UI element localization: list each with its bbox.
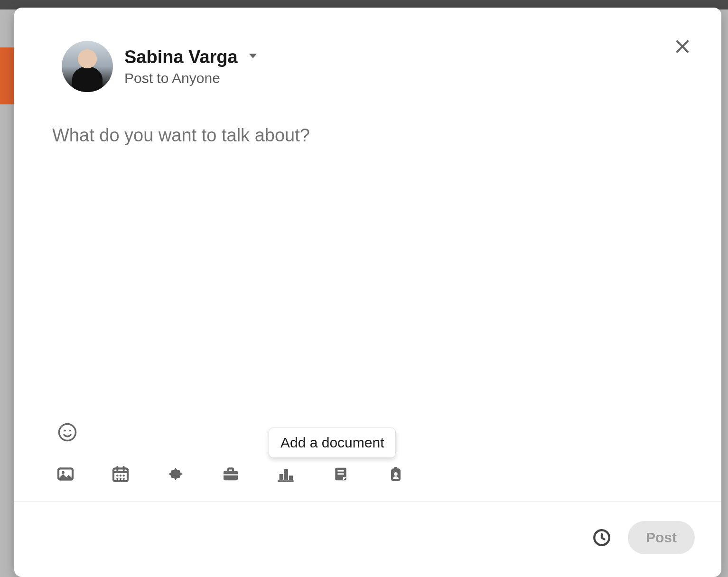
add-document-button[interactable]	[329, 463, 352, 485]
svg-point-11	[116, 475, 118, 476]
svg-point-6	[62, 471, 65, 474]
svg-rect-18	[228, 468, 233, 472]
emoji-icon	[57, 422, 77, 442]
modal-footer: Post	[14, 502, 721, 577]
svg-point-16	[123, 478, 125, 480]
svg-point-14	[116, 478, 118, 480]
post-visibility-label: Post to Anyone	[124, 70, 260, 86]
emoji-row	[14, 421, 721, 454]
svg-point-13	[123, 475, 125, 476]
svg-rect-28	[394, 467, 398, 470]
svg-rect-22	[289, 475, 293, 480]
svg-point-3	[64, 429, 66, 431]
svg-point-12	[120, 475, 121, 476]
svg-rect-25	[337, 470, 344, 472]
photo-icon	[56, 465, 75, 484]
post-editor[interactable]	[52, 125, 683, 416]
add-photo-button[interactable]	[54, 463, 77, 485]
document-icon	[331, 465, 350, 484]
author-avatar[interactable]	[62, 41, 113, 92]
id-badge-icon	[386, 465, 405, 484]
attachment-toolbar: Add a document	[14, 454, 721, 502]
svg-point-29	[394, 472, 397, 475]
celebrate-button[interactable]	[164, 463, 187, 485]
hiring-badge-button[interactable]	[384, 463, 407, 485]
add-event-button[interactable]	[109, 463, 132, 485]
briefcase-icon	[221, 465, 240, 484]
close-icon	[673, 37, 691, 56]
svg-rect-26	[337, 473, 344, 475]
background-accent	[0, 47, 14, 104]
post-header: Sabina Varga Post to Anyone	[14, 8, 721, 102]
author-visibility-selector[interactable]: Sabina Varga	[124, 47, 260, 67]
author-name: Sabina Varga	[124, 47, 238, 67]
post-button[interactable]: Post	[628, 521, 695, 554]
emoji-button[interactable]	[56, 421, 79, 444]
svg-rect-21	[284, 469, 288, 480]
create-post-modal: Sabina Varga Post to Anyone Add a docume…	[14, 8, 721, 577]
svg-point-15	[120, 478, 121, 480]
poll-icon	[276, 465, 295, 484]
add-job-button[interactable]	[219, 463, 242, 485]
clock-icon	[592, 528, 612, 548]
close-button[interactable]	[669, 33, 696, 60]
create-poll-button[interactable]	[274, 463, 297, 485]
calendar-icon	[111, 465, 130, 484]
caret-down-icon	[246, 49, 260, 65]
celebrate-icon	[166, 465, 185, 484]
svg-rect-20	[280, 474, 283, 480]
svg-point-4	[69, 429, 71, 431]
svg-point-2	[59, 424, 76, 441]
post-body	[14, 102, 721, 421]
schedule-post-button[interactable]	[589, 525, 615, 550]
author-block: Sabina Varga Post to Anyone	[124, 47, 260, 86]
